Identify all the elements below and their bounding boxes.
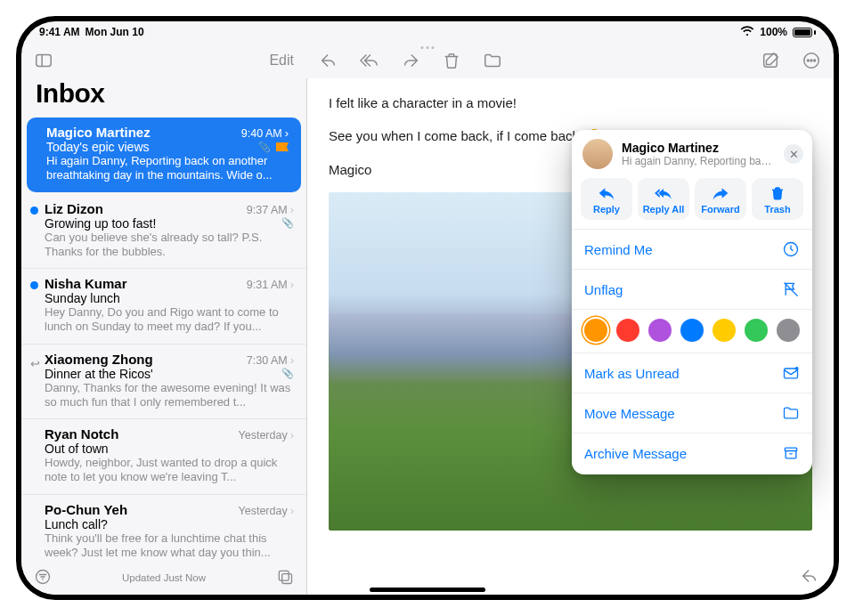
message-row[interactable]: Magico Martinez9:40 AM›Today's epic view… <box>27 118 301 192</box>
reply-label: Reply <box>593 204 620 215</box>
chevron-right-icon: › <box>290 504 294 517</box>
preview-text: Think you'll be free for a lunchtime cha… <box>45 531 294 561</box>
attachment-icon: 📎 <box>258 142 271 153</box>
svg-rect-11 <box>279 571 289 580</box>
mark-unread-item[interactable]: Mark as Unread <box>572 353 812 393</box>
subject-label: Today's epic views <box>46 140 253 154</box>
svg-rect-0 <box>37 55 52 67</box>
popover-close-button[interactable]: ✕ <box>784 144 803 164</box>
message-row[interactable]: Nisha Kumar9:31 AM›Sunday lunchHey Danny… <box>21 269 306 344</box>
flag-color-row <box>572 309 812 353</box>
home-indicator[interactable] <box>370 588 485 592</box>
flag-color-0[interactable] <box>584 319 607 342</box>
svg-rect-16 <box>785 448 796 450</box>
time-label: 9:31 AM <box>247 279 288 291</box>
move-message-item[interactable]: Move Message <box>572 393 812 433</box>
time-label: 7:30 AM <box>247 354 288 367</box>
forward-icon <box>712 185 729 201</box>
sender-label: Xiaomeng Zhong <box>45 352 241 367</box>
chevron-right-icon: › <box>290 203 294 216</box>
flag-color-2[interactable] <box>648 319 672 342</box>
archive-message-item[interactable]: Archive Message <box>572 433 812 473</box>
subject-label: Sunday lunch <box>45 291 294 305</box>
popover-preview: Hi again Danny, Reporting back o... <box>622 155 775 167</box>
preview-text: Howdy, neighbor, Just wanted to drop a q… <box>45 456 294 485</box>
remind-me-label: Remind Me <box>584 242 653 257</box>
reply-footer-icon[interactable] <box>800 566 819 589</box>
preview-text: Hi again Danny, Reporting back on anothe… <box>46 154 289 183</box>
trash-icon <box>769 185 786 201</box>
sender-label: Magico Martinez <box>46 125 236 140</box>
time-label: Yesterday <box>239 429 288 442</box>
forward-label: Forward <box>701 204 739 215</box>
mailboxes-icon[interactable] <box>276 568 294 588</box>
message-row[interactable]: Liz Dizon9:37 AM›Growing up too fast!📎Ca… <box>21 194 306 270</box>
folder-icon <box>782 404 800 422</box>
sender-label: Ryan Notch <box>45 426 233 442</box>
chevron-right-icon: › <box>290 278 294 291</box>
unflag-label: Unflag <box>584 282 623 297</box>
subject-label: Out of town <box>45 442 294 456</box>
forward-toolbar-icon[interactable] <box>401 51 420 70</box>
preview-text: Danny, Thanks for the awesome evening! I… <box>45 381 294 410</box>
forward-button[interactable]: Forward <box>695 178 746 220</box>
inbox-title: Inbox <box>21 78 306 116</box>
reply-all-icon <box>655 185 672 201</box>
reply-toolbar-icon[interactable] <box>319 51 338 70</box>
remind-me-item[interactable]: Remind Me <box>572 229 812 269</box>
subject-label: Dinner at the Ricos' <box>45 367 276 381</box>
unflag-item[interactable]: Unflag <box>572 269 812 309</box>
message-row[interactable]: ↩︎Xiaomeng Zhong7:30 AM›Dinner at the Ri… <box>21 344 306 420</box>
preview-text: Hey Danny, Do you and Rigo want to come … <box>45 305 294 335</box>
flag-color-3[interactable] <box>680 319 704 342</box>
svg-rect-12 <box>282 574 292 584</box>
message-actions-popover: Magico Martinez Hi again Danny, Reportin… <box>572 130 812 474</box>
flag-color-1[interactable] <box>616 319 639 342</box>
status-bar: 9:41 AM Mon Jun 10 100% <box>21 21 834 43</box>
chevron-right-icon: › <box>290 353 294 367</box>
archive-icon <box>782 444 800 462</box>
svg-point-5 <box>810 60 812 61</box>
battery-icon <box>793 28 816 37</box>
flag-slash-icon <box>782 280 800 298</box>
compose-icon[interactable] <box>761 51 780 70</box>
archive-message-label: Archive Message <box>584 446 687 461</box>
sender-label: Po-Chun Yeh <box>45 502 233 517</box>
message-row[interactable]: Ryan NotchYesterday›Out of townHowdy, ne… <box>21 419 306 495</box>
reply-all-toolbar-icon[interactable] <box>360 51 379 70</box>
trash-button[interactable]: Trash <box>752 178 803 220</box>
reply-all-button[interactable]: Reply All <box>638 178 689 220</box>
flag-color-6[interactable] <box>777 319 800 342</box>
svg-point-4 <box>807 60 809 61</box>
message-row[interactable]: Po-Chun YehYesterday›Lunch call?Think yo… <box>21 495 306 562</box>
wifi-icon <box>740 26 754 39</box>
attachment-icon: 📎 <box>281 368 294 379</box>
edit-button[interactable]: Edit <box>269 53 294 69</box>
updated-label: Updated Just Now <box>122 572 206 583</box>
attachment-icon: 📎 <box>281 217 294 229</box>
time-label: 9:37 AM <box>247 204 288 216</box>
chevron-right-icon: › <box>290 428 294 442</box>
subject-label: Growing up too fast! <box>45 216 276 231</box>
message-list-sidebar: Inbox Magico Martinez9:40 AM›Today's epi… <box>21 78 306 595</box>
trash-toolbar-icon[interactable] <box>442 51 461 70</box>
sidebar-toggle-icon[interactable] <box>34 51 53 70</box>
reply-all-label: Reply All <box>643 204 685 215</box>
sender-avatar[interactable] <box>582 139 613 169</box>
replied-icon: ↩︎ <box>30 357 40 370</box>
move-toolbar-icon[interactable] <box>483 51 502 70</box>
clock-icon <box>782 240 800 258</box>
sender-label: Liz Dizon <box>45 201 241 216</box>
more-toolbar-icon[interactable] <box>802 51 821 70</box>
unread-dot-icon <box>30 281 38 289</box>
flag-color-4[interactable] <box>712 319 736 342</box>
time-label: Yesterday <box>239 505 288 517</box>
filter-icon[interactable] <box>34 568 52 588</box>
status-time: 9:41 AM <box>39 26 80 38</box>
envelope-badge-icon <box>782 364 800 382</box>
time-label: 9:40 AM <box>241 127 282 140</box>
sender-label: Nisha Kumar <box>45 276 241 291</box>
subject-label: Lunch call? <box>45 517 294 531</box>
flag-color-5[interactable] <box>745 319 768 342</box>
reply-button[interactable]: Reply <box>581 178 632 220</box>
